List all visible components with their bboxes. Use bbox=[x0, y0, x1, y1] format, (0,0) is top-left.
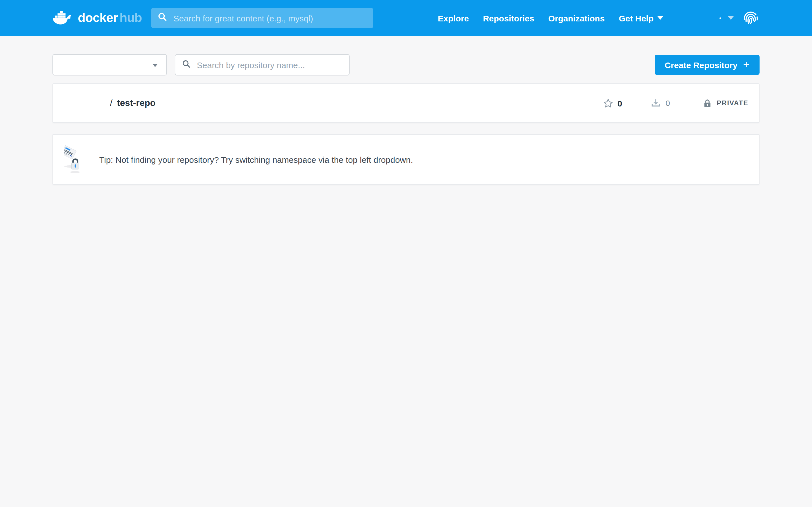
create-repository-button[interactable]: Create Repository + bbox=[654, 55, 760, 75]
docker-hub-page: dockerhub Explore Repositories bbox=[0, 0, 812, 507]
main-content: Create Repository + / test-repo 0 bbox=[52, 54, 760, 185]
header-nav: Explore Repositories Organizations Get H… bbox=[438, 13, 663, 23]
pulls-count: 0 bbox=[666, 99, 670, 108]
repo-search-input[interactable] bbox=[196, 59, 342, 70]
nav-explore-label: Explore bbox=[438, 13, 469, 23]
header-search-box bbox=[151, 8, 373, 28]
brand-docker-text: docker bbox=[78, 11, 118, 25]
search-icon bbox=[182, 59, 191, 70]
header: dockerhub Explore Repositories bbox=[0, 0, 812, 36]
repo-toolbar: Create Repository + bbox=[52, 54, 760, 75]
visibility-stat: PRIVATE bbox=[704, 99, 748, 107]
nav-get-help[interactable]: Get Help bbox=[619, 13, 663, 23]
nav-repositories-label: Repositories bbox=[483, 13, 534, 23]
brand-wordmark: dockerhub bbox=[78, 12, 142, 24]
stars-stat: 0 bbox=[603, 98, 622, 108]
account-menu bbox=[719, 9, 760, 27]
nav-repositories[interactable]: Repositories bbox=[483, 13, 534, 23]
account-caret-down-icon[interactable] bbox=[728, 16, 733, 20]
visibility-badge: PRIVATE bbox=[717, 99, 748, 107]
plus-icon: + bbox=[743, 59, 749, 71]
namespace-dropdown[interactable] bbox=[52, 54, 167, 75]
caret-down-icon bbox=[658, 16, 663, 20]
nav-explore[interactable]: Explore bbox=[438, 13, 469, 23]
account-user-dot bbox=[719, 17, 721, 19]
avatar[interactable] bbox=[742, 9, 760, 27]
caret-down-icon bbox=[152, 64, 158, 67]
docker-hub-logo[interactable]: dockerhub bbox=[52, 10, 142, 25]
search-icon bbox=[158, 12, 167, 24]
repo-search-box bbox=[175, 54, 350, 75]
nav-organizations[interactable]: Organizations bbox=[548, 13, 605, 23]
create-repository-label: Create Repository bbox=[665, 60, 737, 69]
tip-text: Tip: Not finding your repository? Try sw… bbox=[99, 155, 413, 164]
fingerprint-icon bbox=[742, 9, 760, 27]
document-lock-illustration-icon bbox=[64, 145, 81, 174]
nav-get-help-label: Get Help bbox=[619, 13, 654, 23]
header-search-input[interactable] bbox=[172, 13, 366, 23]
repo-title: / test-repo bbox=[110, 98, 156, 108]
download-icon bbox=[652, 99, 661, 108]
repo-row[interactable]: / test-repo 0 bbox=[52, 83, 760, 123]
repo-name: test-repo bbox=[117, 98, 156, 108]
tip-card: Tip: Not finding your repository? Try sw… bbox=[52, 134, 760, 185]
repo-separator: / bbox=[110, 98, 112, 108]
star-icon bbox=[603, 99, 613, 108]
repo-stats: 0 0 bbox=[603, 98, 748, 108]
header-inner: dockerhub Explore Repositories bbox=[52, 0, 760, 36]
docker-whale-icon bbox=[52, 10, 74, 25]
lock-icon bbox=[704, 99, 711, 107]
pulls-stat: 0 bbox=[652, 99, 670, 108]
brand-hub-text: hub bbox=[119, 11, 142, 25]
stars-count: 0 bbox=[617, 98, 622, 108]
nav-organizations-label: Organizations bbox=[548, 13, 605, 23]
